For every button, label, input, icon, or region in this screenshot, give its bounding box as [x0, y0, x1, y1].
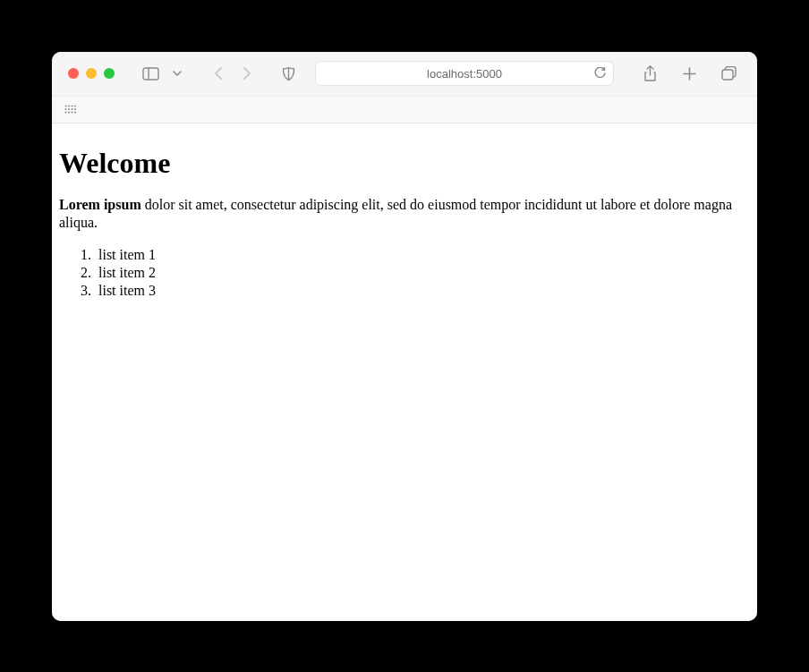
chevron-down-icon [173, 71, 182, 76]
new-tab-button[interactable] [677, 61, 702, 86]
back-button[interactable] [206, 61, 231, 86]
shield-icon [282, 66, 295, 81]
share-icon [643, 65, 657, 82]
svg-point-13 [74, 108, 76, 110]
svg-point-10 [65, 108, 67, 110]
tabs-icon [721, 66, 737, 81]
browser-toolbar: localhost:5000 [52, 52, 757, 97]
intro-paragraph: Lorem ipsum dolor sit amet, consectetur … [59, 196, 750, 232]
forward-button[interactable] [234, 61, 260, 86]
maximize-window-button[interactable] [104, 68, 115, 79]
svg-point-9 [74, 106, 76, 107]
svg-point-15 [68, 112, 70, 114]
svg-point-11 [68, 108, 70, 110]
sidebar-toggle-button[interactable] [138, 61, 163, 86]
sidebar-icon [142, 67, 159, 81]
favorites-bar [52, 97, 757, 123]
apps-grid-button[interactable] [64, 105, 76, 114]
svg-point-6 [65, 106, 67, 107]
svg-point-7 [68, 106, 70, 107]
window-controls [68, 68, 115, 79]
address-bar[interactable]: localhost:5000 [315, 61, 614, 86]
svg-point-16 [72, 112, 73, 114]
reload-button[interactable] [594, 67, 606, 80]
ordered-list: list item 1 list item 2 list item 3 [59, 246, 750, 300]
svg-point-8 [72, 106, 73, 107]
minimize-window-button[interactable] [86, 68, 97, 79]
intro-rest: dolor sit amet, consectetur adipiscing e… [59, 197, 732, 230]
svg-point-14 [65, 112, 67, 114]
list-item: list item 2 [95, 264, 750, 282]
svg-rect-0 [143, 68, 158, 80]
grid-icon [64, 105, 76, 114]
list-item: list item 3 [95, 282, 750, 300]
list-item: list item 1 [95, 246, 750, 264]
address-bar-text: localhost:5000 [427, 67, 502, 81]
share-button[interactable] [637, 61, 662, 86]
svg-rect-5 [722, 70, 733, 80]
intro-bold: Lorem ipsum [59, 197, 141, 212]
svg-point-12 [72, 108, 73, 110]
chevron-right-icon [243, 66, 251, 81]
close-window-button[interactable] [68, 68, 79, 79]
sidebar-menu-button[interactable] [165, 61, 190, 86]
page-heading: Welcome [59, 147, 750, 180]
tab-overview-button[interactable] [716, 61, 741, 86]
chevron-left-icon [214, 66, 223, 81]
reload-icon [594, 67, 606, 80]
privacy-report-button[interactable] [276, 61, 301, 86]
page-content: Welcome Lorem ipsum dolor sit amet, cons… [52, 123, 757, 621]
browser-window: localhost:5000 [52, 52, 757, 621]
svg-point-17 [74, 112, 76, 114]
plus-icon [683, 67, 696, 81]
